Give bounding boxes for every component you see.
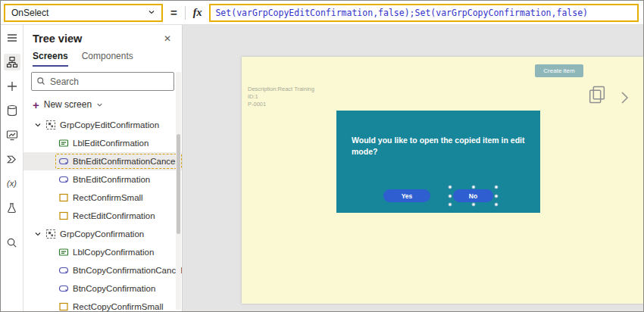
tree-item-BtnEditConfirmation[interactable]: BtnEditConfirmation: [23, 170, 182, 189]
tree-item-LblCopyConfirmation[interactable]: LblCopyConfirmation: [23, 243, 182, 261]
create-item-button[interactable]: Create item: [535, 64, 583, 77]
yes-button[interactable]: Yes: [383, 189, 430, 202]
tree-panel-tabs: Screens Components: [23, 48, 182, 67]
tree-view-panel: Tree view ✕ Screens Components + New scr…: [23, 25, 183, 311]
tree-item-label: BtnEditConfirmationCancel: [73, 157, 177, 166]
group-icon: [45, 120, 56, 130]
tree-item-GrpCopyEditConfirmation[interactable]: GrpCopyEditConfirmation: [23, 116, 182, 134]
rectangle-icon: [58, 301, 69, 311]
tree-item-label: RectConfirmSmall: [73, 193, 143, 202]
confirmation-dialog: Would you like to open the copied item i…: [336, 111, 540, 213]
button-icon: [58, 174, 69, 185]
group-icon: [45, 229, 56, 239]
rectangle-icon: [58, 211, 69, 221]
chevron-down-icon: [96, 98, 103, 111]
rectangle-icon: [58, 192, 69, 203]
fx-icon: fx: [190, 7, 205, 19]
data-icon[interactable]: [4, 102, 20, 119]
property-selector-value: OnSelect: [11, 8, 48, 18]
tree-item-label: LblEditConfirmation: [73, 139, 148, 148]
variables-icon[interactable]: (x): [4, 175, 20, 192]
new-screen-button[interactable]: + New screen: [23, 95, 182, 116]
selected-item-outline: BtnEditConfirmationCancel: [55, 154, 182, 169]
tree-item-RectConfirmSmall[interactable]: RectConfirmSmall: [23, 189, 182, 207]
selection-handle[interactable]: [471, 186, 475, 189]
tree-item-RectEditConfirmation[interactable]: RectEditConfirmation: [23, 207, 182, 225]
record-summary: Description:React Training ID:1 P-0001: [248, 86, 314, 108]
left-icon-rail: (x): [1, 25, 23, 311]
canvas-area: Create item Description:React Training I…: [183, 25, 643, 311]
search-icon: [36, 75, 45, 89]
tree-item-GrpCopyConfirmation[interactable]: GrpCopyConfirmation: [23, 225, 182, 243]
app-screen: Create item Description:React Training I…: [242, 57, 643, 304]
tree-item-label: GrpCopyEditConfirmation: [60, 120, 159, 129]
media-icon[interactable]: [4, 126, 20, 143]
tab-screens[interactable]: Screens: [33, 51, 68, 67]
tab-components[interactable]: Components: [82, 51, 133, 67]
selection-handle[interactable]: [449, 186, 452, 189]
powerapps-studio-window: OnSelect = fx Set(varGrpCopyEditConfirma…: [0, 0, 644, 312]
divider: [185, 6, 186, 20]
chevron-down-icon[interactable]: [34, 230, 42, 238]
selection-handle[interactable]: [449, 194, 452, 198]
formula-input[interactable]: Set(varGrpCopyEditConfirmation,false);Se…: [209, 4, 639, 22]
tests-icon[interactable]: [4, 199, 20, 216]
dialog-message: Would you like to open the copied item i…: [352, 135, 527, 157]
button-icon: [58, 265, 69, 276]
tree-item-label: RectEditConfirmation: [73, 211, 155, 220]
tree-list: GrpCopyEditConfirmation LblEditConfirmat…: [23, 116, 182, 311]
record-code: P-0001: [248, 101, 314, 108]
new-screen-label: New screen: [44, 99, 92, 110]
menu-icon[interactable]: [4, 30, 20, 46]
search-input[interactable]: [50, 76, 169, 87]
label-icon: [58, 138, 69, 148]
power-automate-icon[interactable]: [4, 151, 20, 167]
tree-view-icon[interactable]: [4, 54, 20, 70]
tree-search: [31, 72, 174, 91]
property-selector-dropdown[interactable]: OnSelect: [4, 4, 163, 22]
chevron-down-icon: [148, 8, 155, 18]
record-id: ID:1: [248, 93, 314, 101]
tree-scrollbar[interactable]: [176, 72, 181, 310]
tree-item-label: GrpCopyConfirmation: [60, 229, 144, 239]
tree-item-label: BtnCopyConfirmationCancel: [73, 266, 182, 275]
plus-icon: +: [33, 99, 39, 111]
formula-text: Set(varGrpCopyEditConfirmation,false);Se…: [215, 8, 588, 18]
insert-icon[interactable]: [4, 78, 20, 95]
tree-item-BtnEditConfirmationCancel[interactable]: BtnEditConfirmationCancel ⋯: [23, 152, 182, 170]
panel-title: Tree view: [33, 33, 82, 45]
chevron-down-icon[interactable]: [34, 121, 42, 129]
equals-sign: =: [167, 6, 180, 19]
tree-item-label: RectCopyConfirmSmall: [73, 302, 164, 311]
tree-item-BtnCopyConfirmation[interactable]: BtnCopyConfirmation: [23, 279, 182, 298]
search-icon[interactable]: [4, 234, 20, 251]
tree-item-label: BtnCopyConfirmation: [73, 284, 155, 293]
selection-handle[interactable]: [495, 203, 499, 207]
chevron-right-icon[interactable]: [618, 90, 630, 108]
tree-item-label: BtnEditConfirmation: [73, 175, 150, 184]
button-icon: [58, 156, 69, 167]
copy-icon[interactable]: [586, 84, 608, 108]
scrollbar-thumb[interactable]: [177, 134, 180, 234]
button-icon: [58, 283, 69, 294]
tree-item-BtnCopyConfirmationCancel[interactable]: BtnCopyConfirmationCancel: [23, 261, 182, 279]
label-icon: [58, 247, 69, 257]
close-icon[interactable]: ✕: [162, 33, 173, 44]
tree-item-RectCopyConfirmSmall[interactable]: RectCopyConfirmSmall: [23, 298, 182, 311]
tree-item-label: LblCopyConfirmation: [73, 248, 154, 257]
selection-handle[interactable]: [449, 203, 452, 207]
selection-handle[interactable]: [495, 186, 499, 189]
formula-toolbar: OnSelect = fx Set(varGrpCopyEditConfirma…: [1, 1, 643, 25]
selection-handle[interactable]: [471, 203, 475, 207]
record-description: Description:React Training: [248, 86, 314, 93]
no-button[interactable]: No: [453, 189, 493, 202]
selection-handle[interactable]: [495, 194, 499, 198]
tree-item-LblEditConfirmation[interactable]: LblEditConfirmation: [23, 134, 182, 152]
